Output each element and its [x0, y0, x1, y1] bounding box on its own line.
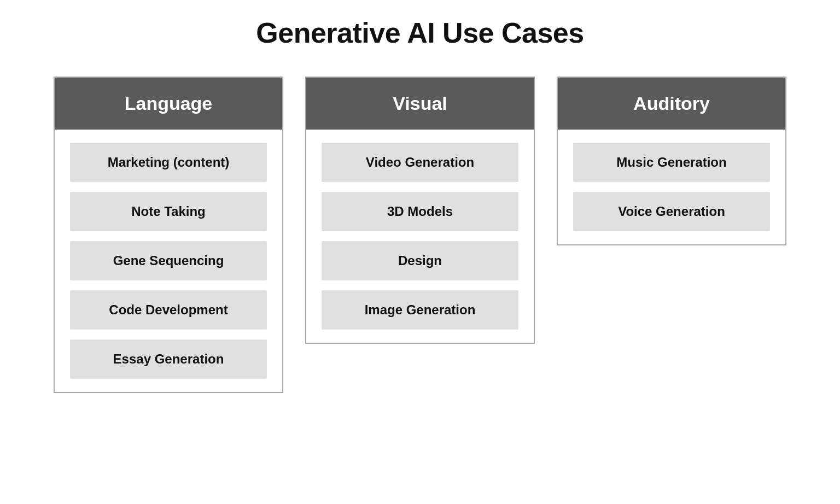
use-case-item-visual-3: Image Generation — [322, 290, 518, 330]
use-case-item-visual-0: Video Generation — [322, 143, 518, 182]
columns-container: LanguageMarketing (content)Note TakingGe… — [22, 77, 818, 393]
page-title: Generative AI Use Cases — [256, 16, 584, 49]
use-case-item-auditory-1: Voice Generation — [573, 192, 770, 231]
column-body-language: Marketing (content)Note TakingGene Seque… — [55, 130, 282, 392]
use-case-item-visual-1: 3D Models — [322, 192, 518, 231]
column-body-auditory: Music GenerationVoice Generation — [558, 130, 785, 244]
use-case-item-language-0: Marketing (content) — [70, 143, 267, 182]
column-header-language: Language — [55, 78, 282, 130]
column-visual: VisualVideo Generation3D ModelsDesignIma… — [305, 77, 535, 344]
column-header-auditory: Auditory — [558, 78, 785, 130]
use-case-item-language-3: Code Development — [70, 290, 267, 330]
use-case-item-language-2: Gene Sequencing — [70, 241, 267, 280]
use-case-item-visual-2: Design — [322, 241, 518, 280]
column-body-visual: Video Generation3D ModelsDesignImage Gen… — [306, 130, 534, 343]
use-case-item-language-1: Note Taking — [70, 192, 267, 231]
use-case-item-auditory-0: Music Generation — [573, 143, 770, 182]
column-header-visual: Visual — [306, 78, 534, 130]
column-language: LanguageMarketing (content)Note TakingGe… — [54, 77, 283, 393]
column-auditory: AuditoryMusic GenerationVoice Generation — [557, 77, 786, 245]
use-case-item-language-4: Essay Generation — [70, 339, 267, 379]
